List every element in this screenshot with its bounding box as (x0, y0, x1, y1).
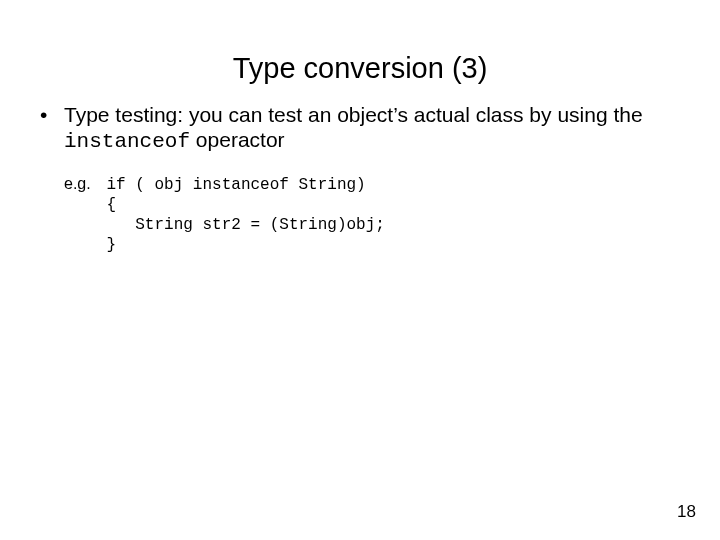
bullet-code: instanceof (64, 130, 190, 153)
slide: Type conversion (3) Type testing: you ca… (0, 0, 720, 540)
bullet-list: Type testing: you can test an object’s a… (30, 103, 690, 155)
example-label: e.g. (64, 175, 102, 193)
slide-body: Type testing: you can test an object’s a… (0, 85, 720, 255)
bullet-item: Type testing: you can test an object’s a… (30, 103, 690, 155)
page-number: 18 (677, 502, 696, 522)
bullet-text-pre: Type testing: you can test an object’s a… (64, 103, 643, 126)
example-block: e.g. if ( obj instanceof String) { Strin… (30, 175, 690, 255)
example-code: if ( obj instanceof String) { String str… (106, 175, 384, 255)
bullet-text-post: operactor (190, 128, 285, 151)
page-title: Type conversion (3) (0, 0, 720, 85)
